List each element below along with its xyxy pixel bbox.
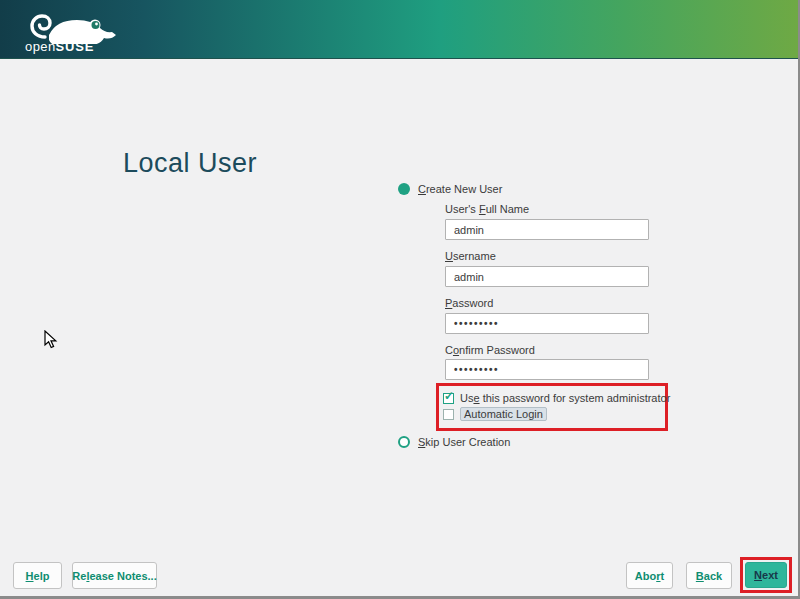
confirm-password-input[interactable] [445, 359, 649, 380]
radio-create-new-user[interactable]: Create New User [398, 183, 502, 195]
checkbox-use-password-for-admin[interactable]: ✓ Use this password for system administr… [443, 392, 670, 404]
abort-button[interactable]: Abort [626, 562, 673, 589]
radio-skip-user-creation[interactable]: Skip User Creation [398, 436, 510, 448]
back-button[interactable]: Back [686, 562, 732, 589]
checkbox-automatic-login[interactable]: Automatic Login [443, 407, 547, 421]
checkbox-automatic-login-label: Automatic Login [460, 407, 547, 421]
check-icon: ✓ [444, 390, 454, 402]
full-name-label: User's Full Name [445, 203, 529, 215]
radio-create-new-user-label: Create New User [418, 183, 502, 195]
highlight-annotation-next: Next [740, 557, 792, 593]
checkbox-checked-icon[interactable]: ✓ [443, 393, 454, 404]
opensuse-logo: openSUSE [25, 4, 121, 53]
radio-button-unselected-icon[interactable] [398, 436, 410, 448]
username-input[interactable] [445, 266, 649, 287]
installer-window: openSUSE Local User Create New User User… [0, 0, 800, 599]
radio-button-selected-icon[interactable] [398, 183, 410, 195]
full-name-input[interactable] [445, 219, 649, 240]
next-button[interactable]: Next [745, 562, 787, 588]
confirm-password-label: Confirm Password [445, 344, 535, 356]
release-notes-button[interactable]: Release Notes... [72, 562, 157, 589]
header-banner: openSUSE [0, 0, 800, 59]
page-title: Local User [123, 148, 257, 179]
radio-skip-user-creation-label: Skip User Creation [418, 436, 510, 448]
password-input[interactable] [445, 313, 649, 334]
password-label: Password [445, 297, 493, 309]
checkbox-use-password-for-admin-label: Use this password for system administrat… [460, 392, 670, 404]
help-button[interactable]: Help [13, 562, 62, 589]
username-label: Username [445, 250, 496, 262]
chameleon-icon [25, 4, 121, 44]
mouse-cursor-icon [44, 330, 58, 354]
opensuse-wordmark: openSUSE [25, 40, 121, 53]
checkbox-unchecked-icon[interactable] [443, 409, 454, 420]
